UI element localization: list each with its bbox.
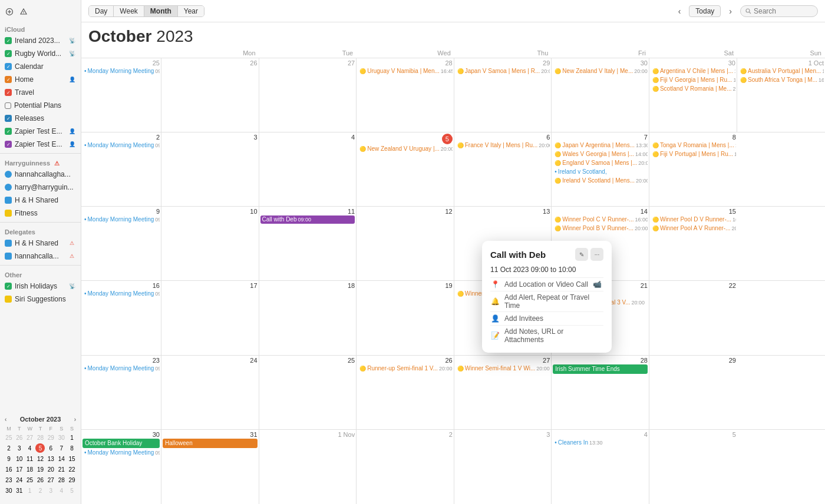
sidebar-item-hannah[interactable]: hannahcallagha... [0,168,81,181]
mini-day[interactable]: 2 [4,443,14,453]
mini-day[interactable]: 11 [25,454,35,463]
event-winner-pool-c[interactable]: 🟡 Winner Pool C V Runner-... 16:00 [553,215,648,224]
cal-cell-oct7[interactable]: 7 🟡 Japan V Argentina | Mens... 13:30 🟡 … [552,132,649,206]
event-fiji-georgia[interactable]: 🟡 Fiji V Georgia | Mens | Ru... 16:45 [651,76,735,84]
alert-icon[interactable] [19,7,28,16]
cal-cell-sep25[interactable]: 25 Monday Morning Meeting 09:00 [81,58,161,132]
sidebar-item-harry[interactable]: harry@harryguin... [0,181,81,194]
view-week-btn[interactable]: Week [114,6,144,16]
event-monday-meeting-4[interactable]: Monday Morning Meeting 09:00 [82,290,160,298]
cal-cell-oct31[interactable]: 31 Halloween [161,430,259,504]
event-halloween[interactable]: Halloween [163,439,258,448]
event-newzealand-uruguay[interactable]: 🟡 New Zealand V Uruguay |... 20:00 [358,145,453,153]
mini-day[interactable]: 26 [35,475,45,485]
today-btn[interactable]: Today [689,5,721,17]
view-year-btn[interactable]: Year [178,6,204,16]
event-japan-samoa[interactable]: 🟡 Japan V Samoa | Mens | R... 20:00 [456,67,550,75]
cal-cell-oct25[interactable]: 25 [259,356,357,429]
cal-cell-oct17[interactable]: 17 [161,281,259,354]
cal-cell-oct10[interactable]: 10 [161,207,259,280]
search-input[interactable] [754,7,813,15]
popup-more-btn[interactable]: ··· [590,248,603,261]
mini-cal-next[interactable]: › [73,416,77,423]
mini-day[interactable]: 7 [57,443,66,453]
popup-invitees-row[interactable]: 👤 Add Invitees [490,311,603,325]
event-cleaners-in-4[interactable]: Cleaners In 13:30 [553,439,648,447]
mini-day[interactable]: 25 [25,475,35,485]
cal-cell-oct12[interactable]: 12 [357,207,454,280]
event-irish-summer[interactable]: Irish Summer Time Ends [553,364,648,374]
cal-cell-oct11[interactable]: 11 Call with Deb 09:00 [259,207,357,280]
mini-day[interactable]: 21 [57,465,66,474]
mini-cal-prev[interactable]: ‹ [4,416,8,423]
event-tonga-romania[interactable]: 🟡 Tonga V Romania | Mens |... 12:00 [651,141,736,150]
cal-cell-oct18[interactable]: 18 [259,281,357,354]
cal-cell-nov5[interactable]: 5 [649,430,737,504]
mini-day[interactable]: 4 [25,443,35,453]
mini-day[interactable]: 9 [4,454,14,463]
cal-cell-nov1[interactable]: 1 Nov [259,430,357,504]
cal-cell-oct4[interactable]: 4 [259,132,357,206]
event-uruguay-namibia[interactable]: 🟡 Uruguay V Namibia | Men... 16:45 [358,67,453,75]
mini-day[interactable]: 1 [67,433,77,442]
popup-alert-row[interactable]: 🔔 Add Alert, Repeat or Travel Time [490,291,603,311]
sidebar-item-potential[interactable]: Potential Plans [0,99,81,112]
cal-cell-oct1[interactable]: 1 Oct 🟡 Australia V Portugal | Men... 12… [737,58,825,132]
mini-day[interactable]: 31 [15,486,24,495]
sidebar-item-irish-holidays[interactable]: ✓ Irish Holidays 📡 [0,280,81,293]
cal-cell-oct15[interactable]: 15 🟡 Winner Pool D V Runner-... 16:00 🟡 … [649,207,737,280]
sidebar-item-home[interactable]: ✓ Home 👤 [0,73,81,86]
mini-day[interactable]: 16 [4,465,14,474]
mini-day[interactable]: 13 [46,454,55,463]
mini-day[interactable]: 29 [46,433,55,442]
prev-month-btn[interactable]: ‹ [675,5,685,17]
event-southafrica-tonga[interactable]: 🟡 South Africa V Tonga | M... 16:45 [738,76,824,84]
cal-cell-sep27[interactable]: 27 [259,58,357,132]
event-newzealand-italy[interactable]: 🟡 New Zealand V Italy | Me... 20:00 [553,67,648,75]
mini-day[interactable]: 30 [4,486,14,495]
mini-day[interactable]: 27 [25,433,35,442]
view-month-btn[interactable]: Month [144,6,178,16]
event-winner-pool-d[interactable]: 🟡 Winner Pool D V Runner-... 16:00 [651,215,736,224]
event-fiji-portugal[interactable]: 🟡 Fiji V Portugal | Mens | Ru... 16:45 [651,150,736,158]
mini-day[interactable]: 2 [35,486,45,495]
mini-day[interactable]: 15 [67,454,77,463]
mini-day[interactable]: 30 [57,433,66,442]
cal-cell-oct23[interactable]: 23 Monday Morning Meeting 09:00 [81,356,161,429]
mini-day[interactable]: 5 [67,486,77,495]
video-call-icon[interactable]: 📹 [593,280,602,289]
mini-day[interactable]: 22 [67,465,77,474]
mini-day[interactable]: 26 [15,433,24,442]
sidebar-item-delegate-hannah[interactable]: hannahcalla... ⚠ [0,250,81,263]
cal-cell-nov4[interactable]: 4 Cleaners In 13:30 [552,430,649,504]
mini-day[interactable]: 23 [4,475,14,485]
event-runner-sf1[interactable]: 🟡 Runner-up Semi-final 1 V... 20:00 [358,364,453,373]
sidebar-item-hh-shared[interactable]: H & H Shared [0,194,81,207]
mini-day[interactable]: 29 [67,475,77,485]
mini-day[interactable]: 3 [46,486,55,495]
mini-day[interactable]: 10 [15,454,24,463]
mini-day[interactable]: 28 [35,433,45,442]
sidebar-item-ireland[interactable]: ✓ Ireland 2023... 📡 [0,34,81,47]
popup-edit-btn[interactable]: ✎ [575,248,588,261]
event-japan-argentina[interactable]: 🟡 Japan V Argentina | Mens... 13:30 [553,141,648,150]
cal-cell-oct24[interactable]: 24 [161,356,259,429]
cal-cell-oct8[interactable]: 8 🟡 Tonga V Romania | Mens |... 12:00 🟡 … [649,132,737,206]
popup-location-row[interactable]: 📍 Add Location or Video Call 📹 [490,277,603,291]
sidebar-item-calendar[interactable]: ✓ Calendar [0,60,81,73]
cal-cell-sep30-sat[interactable]: 30 🟡 Argentina V Chile | Mens |... 14:00… [649,58,737,132]
view-day-btn[interactable]: Day [89,6,114,16]
cal-cell-sep30[interactable]: 30 🟡 New Zealand V Italy | Me... 20:00 [552,58,649,132]
mini-day[interactable]: 19 [35,465,45,474]
popup-notes-row[interactable]: 📝 Add Notes, URL or Attachments [490,325,603,346]
mini-day-today[interactable]: 5 [35,443,45,453]
mini-day[interactable]: 12 [35,454,45,463]
sidebar-item-releases[interactable]: ✓ Releases [0,112,81,125]
mini-day[interactable]: 27 [46,475,55,485]
cal-cell-oct3[interactable]: 3 [161,132,259,206]
mini-day[interactable]: 24 [15,475,24,485]
event-winner-sf1[interactable]: 🟡 Winner Semi-final 1 V Wi... 20:00 [456,364,550,373]
event-monday-meeting[interactable]: Monday Morning Meeting 09:00 [82,67,160,75]
event-monday-meeting-2[interactable]: Monday Morning Meeting 09:00 [82,141,160,150]
cal-cell-sep29[interactable]: 29 🟡 Japan V Samoa | Mens | R... 20:00 [454,58,552,132]
